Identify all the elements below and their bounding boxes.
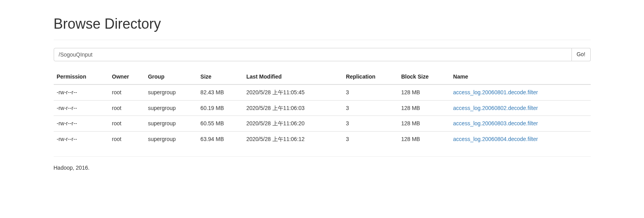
cell-permission: -rw-r--r-- xyxy=(54,116,109,131)
cell-size: 63.94 MB xyxy=(197,131,243,147)
cell-permission: -rw-r--r-- xyxy=(54,100,109,115)
table-row: -rw-r--r--rootsupergroup60.19 MB2020/5/2… xyxy=(54,100,591,115)
col-owner: Owner xyxy=(109,69,145,84)
cell-block-size: 128 MB xyxy=(398,116,450,131)
file-link[interactable]: access_log.20060804.decode.filter xyxy=(453,136,538,142)
cell-last-modified: 2020/5/28 上午11:06:03 xyxy=(243,100,343,115)
table-header-row: Permission Owner Group Size Last Modifie… xyxy=(54,69,591,84)
file-link[interactable]: access_log.20060803.decode.filter xyxy=(453,120,538,126)
cell-size: 60.19 MB xyxy=(197,100,243,115)
path-input[interactable] xyxy=(54,48,572,61)
file-link[interactable]: access_log.20060801.decode.filter xyxy=(453,89,538,95)
cell-last-modified: 2020/5/28 上午11:06:20 xyxy=(243,116,343,131)
cell-owner: root xyxy=(109,100,145,115)
col-replication: Replication xyxy=(343,69,398,84)
cell-name: access_log.20060804.decode.filter xyxy=(450,131,590,147)
col-last-modified: Last Modified xyxy=(243,69,343,84)
col-block-size: Block Size xyxy=(398,69,450,84)
col-size: Size xyxy=(197,69,243,84)
file-link[interactable]: access_log.20060802.decode.filter xyxy=(453,105,538,111)
col-name: Name xyxy=(450,69,590,84)
footer-text: Hadoop, 2016. xyxy=(54,165,90,171)
cell-group: supergroup xyxy=(145,100,197,115)
cell-replication: 3 xyxy=(343,84,398,100)
cell-replication: 3 xyxy=(343,131,398,147)
cell-group: supergroup xyxy=(145,131,197,147)
cell-block-size: 128 MB xyxy=(398,100,450,115)
cell-permission: -rw-r--r-- xyxy=(54,131,109,147)
table-row: -rw-r--r--rootsupergroup63.94 MB2020/5/2… xyxy=(54,131,591,147)
cell-replication: 3 xyxy=(343,116,398,131)
cell-name: access_log.20060801.decode.filter xyxy=(450,84,590,100)
col-permission: Permission xyxy=(54,69,109,84)
cell-replication: 3 xyxy=(343,100,398,115)
cell-name: access_log.20060803.decode.filter xyxy=(450,116,590,131)
cell-owner: root xyxy=(109,116,145,131)
cell-size: 60.55 MB xyxy=(197,116,243,131)
cell-owner: root xyxy=(109,131,145,147)
cell-last-modified: 2020/5/28 上午11:05:45 xyxy=(243,84,343,100)
cell-group: supergroup xyxy=(145,116,197,131)
cell-size: 82.43 MB xyxy=(197,84,243,100)
cell-last-modified: 2020/5/28 上午11:06:12 xyxy=(243,131,343,147)
table-row: -rw-r--r--rootsupergroup82.43 MB2020/5/2… xyxy=(54,84,591,100)
cell-group: supergroup xyxy=(145,84,197,100)
cell-permission: -rw-r--r-- xyxy=(54,84,109,100)
cell-name: access_log.20060802.decode.filter xyxy=(450,100,590,115)
path-input-group: Go! xyxy=(54,48,591,61)
page-header: Browse Directory xyxy=(54,16,591,40)
container: Browse Directory Go! Permission Owner Gr… xyxy=(48,0,597,171)
file-table: Permission Owner Group Size Last Modifie… xyxy=(54,69,591,147)
table-row: -rw-r--r--rootsupergroup60.55 MB2020/5/2… xyxy=(54,116,591,131)
col-group: Group xyxy=(145,69,197,84)
cell-block-size: 128 MB xyxy=(398,131,450,147)
page-title: Browse Directory xyxy=(54,16,591,32)
footer: Hadoop, 2016. xyxy=(54,156,591,171)
cell-owner: root xyxy=(109,84,145,100)
cell-block-size: 128 MB xyxy=(398,84,450,100)
go-button[interactable]: Go! xyxy=(572,48,591,61)
